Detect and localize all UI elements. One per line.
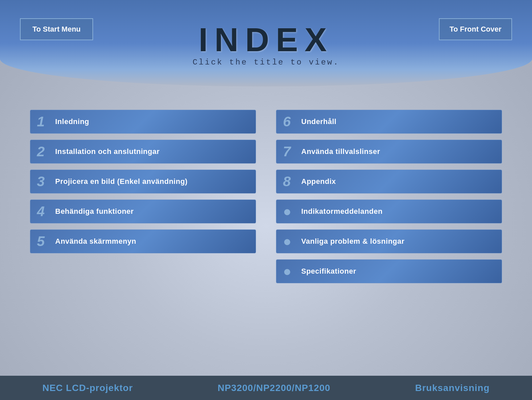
item-label-indicator: Indikatormeddelanden	[301, 207, 383, 216]
index-item-7[interactable]: 7 Använda tillvalslinser	[276, 140, 502, 164]
item-label-7: Använda tillvalslinser	[301, 147, 380, 156]
index-title: INDEX	[193, 23, 339, 56]
item-label-specs: Specifikationer	[301, 267, 356, 276]
item-number-4: 4	[37, 204, 55, 218]
index-item-6[interactable]: 6 Underhåll	[276, 110, 502, 134]
index-subtitle: Click the title to view.	[193, 58, 339, 67]
item-label-3: Projicera en bild (Enkel användning)	[55, 177, 188, 186]
index-item-3[interactable]: 3 Projicera en bild (Enkel användning)	[30, 170, 256, 194]
index-grid: 1 Inledning 6 Underhåll 2 Installation o…	[17, 100, 515, 370]
item-number-1: 1	[37, 115, 55, 129]
index-item-8[interactable]: 8 Appendix	[276, 170, 502, 194]
item-label-4: Behändiga funktioner	[55, 207, 134, 216]
item-number-dot1: ●	[283, 204, 301, 218]
item-number-dot3: ●	[283, 264, 301, 278]
index-item-1[interactable]: 1 Inledning	[30, 110, 256, 134]
footer-bar: NEC LCD-projektor NP3200/NP2200/NP1200 B…	[0, 376, 532, 400]
item-number-6: 6	[283, 115, 301, 129]
item-label-6: Underhåll	[301, 117, 336, 126]
footer-brand: NEC LCD-projektor	[42, 383, 133, 393]
index-item-indicator[interactable]: ● Indikatormeddelanden	[276, 200, 502, 223]
index-item-4[interactable]: 4 Behändiga funktioner	[30, 200, 256, 223]
start-menu-button[interactable]: To Start Menu	[20, 18, 93, 40]
header-title-block: INDEX Click the title to view.	[193, 23, 339, 67]
index-item-2[interactable]: 2 Installation och anslutningar	[30, 140, 256, 164]
item-label-problems: Vanliga problem & lösningar	[301, 237, 405, 246]
item-number-8: 8	[283, 175, 301, 189]
index-item-5[interactable]: 5 Använda skärmmenyn	[30, 229, 256, 253]
header: INDEX Click the title to view.	[0, 0, 532, 86]
item-number-7: 7	[283, 145, 301, 159]
front-cover-button[interactable]: To Front Cover	[439, 18, 512, 40]
item-label-5: Använda skärmmenyn	[55, 237, 136, 246]
item-number-dot2: ●	[283, 234, 301, 248]
item-label-1: Inledning	[55, 117, 89, 126]
footer-model: NP3200/NP2200/NP1200	[217, 383, 330, 393]
item-label-2: Installation och anslutningar	[55, 147, 160, 156]
footer-doc: Bruksanvisning	[415, 383, 489, 393]
item-number-2: 2	[37, 145, 55, 159]
item-number-3: 3	[37, 175, 55, 189]
item-number-5: 5	[37, 234, 55, 248]
index-item-specs[interactable]: ● Specifikationer	[276, 259, 502, 283]
item-label-8: Appendix	[301, 177, 336, 186]
index-item-problems[interactable]: ● Vanliga problem & lösningar	[276, 229, 502, 253]
